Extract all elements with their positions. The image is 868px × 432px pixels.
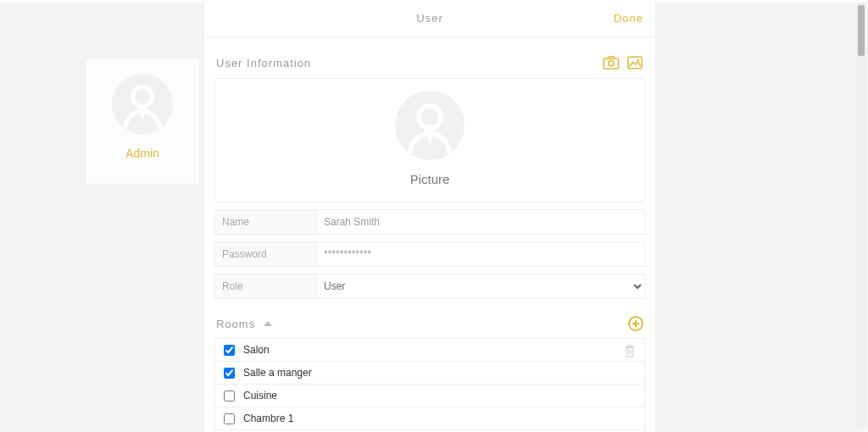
user-panel: User Done User Information — [203, 0, 656, 432]
role-select[interactable]: User — [317, 274, 644, 298]
room-label: Salle a manger — [243, 367, 312, 379]
password-label: Password — [214, 241, 316, 267]
room-checkbox[interactable] — [224, 413, 235, 424]
field-name: Name — [214, 209, 645, 235]
image-icon[interactable] — [626, 54, 643, 71]
scrollbar-thumb[interactable] — [858, 5, 865, 56]
rooms-list: SalonSalle a mangerCuisineChambre 1Chamb… — [214, 338, 645, 432]
room-label: Chambre 1 — [243, 413, 293, 424]
room-checkbox[interactable] — [224, 390, 235, 402]
scrollbar-track[interactable] — [856, 3, 866, 427]
trash-icon[interactable] — [624, 344, 636, 360]
rooms-title: Rooms — [216, 318, 255, 330]
user-info-title: User Information — [216, 57, 311, 69]
svg-point-4 — [637, 59, 639, 61]
admin-card[interactable]: Admin — [85, 58, 200, 185]
password-input[interactable] — [317, 242, 644, 266]
picture-box[interactable]: Picture — [214, 78, 645, 202]
room-checkbox[interactable] — [224, 368, 235, 379]
room-row[interactable]: Salle a manger — [215, 362, 644, 385]
panel-header: User Done — [204, 0, 655, 37]
picture-caption: Picture — [215, 172, 644, 186]
admin-label: Admin — [86, 147, 199, 160]
user-info-header: User Information — [214, 46, 645, 78]
picture-avatar — [395, 91, 465, 160]
name-label: Name — [214, 209, 316, 235]
room-row[interactable]: Chambre 1 — [215, 407, 644, 430]
rooms-header: Rooms — [214, 299, 645, 338]
field-role: Role User — [214, 274, 645, 299]
svg-point-5 — [419, 106, 441, 128]
room-row[interactable]: Salon — [215, 339, 644, 362]
chevron-up-icon[interactable] — [264, 321, 272, 326]
panel-title: User — [416, 12, 442, 25]
person-icon — [395, 91, 465, 160]
done-button[interactable]: Done — [614, 0, 643, 37]
avatar-placeholder — [112, 74, 173, 135]
room-checkbox[interactable] — [224, 345, 235, 356]
svg-point-0 — [132, 87, 152, 107]
add-room-button[interactable] — [628, 316, 643, 331]
room-label: Salon — [243, 344, 270, 356]
svg-rect-6 — [626, 348, 633, 357]
svg-point-2 — [609, 61, 614, 66]
field-password: Password — [214, 241, 645, 267]
camera-icon[interactable] — [603, 54, 620, 71]
name-input[interactable] — [317, 210, 644, 234]
person-icon — [112, 74, 173, 135]
role-label: Role — [214, 274, 316, 299]
room-row[interactable]: Cuisine — [215, 385, 644, 407]
svg-rect-3 — [628, 57, 643, 69]
room-label: Cuisine — [243, 390, 277, 402]
